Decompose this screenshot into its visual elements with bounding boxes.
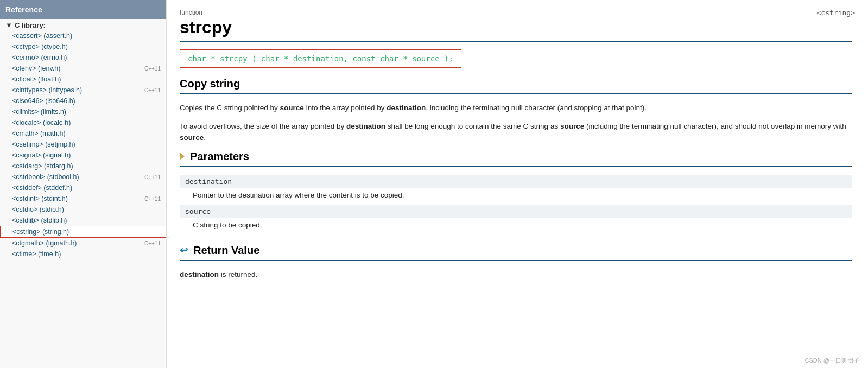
parameters-heading: Parameters: [180, 150, 852, 163]
return-value-text: destination is returned.: [180, 269, 852, 281]
sidebar-item-label-5: <cinttypes> (inttypes.h): [12, 86, 82, 94]
sidebar-item-label-11: <csignal> (signal.h): [12, 151, 71, 159]
sidebar-item-15[interactable]: <cstdint> (stdint.h)C++11: [0, 193, 166, 204]
main-content: function strcpy <cstring> char * strcpy …: [167, 0, 868, 368]
sidebar-item-label-12: <cstdarg> (stdarg.h): [12, 162, 73, 170]
copy-string-heading: Copy string: [180, 78, 852, 90]
sidebar-item-badge-15: C++11: [144, 196, 161, 202]
sidebar-item-14[interactable]: <cstddef> (stddef.h): [0, 182, 166, 193]
sidebar-item-label-0: <cassert> (assert.h): [12, 32, 72, 40]
sidebar-item-18[interactable]: <cstring> (string.h): [0, 226, 166, 238]
param-desc-0: Pointer to the destination array where t…: [180, 188, 852, 205]
param-name-0: destination: [180, 175, 852, 188]
sidebar-item-label-16: <cstdio> (stdio.h): [12, 206, 64, 213]
sidebar-item-3[interactable]: <cfenv> (fenv.h)C++11: [0, 63, 166, 74]
signature-text: char * strcpy ( char * destination, cons…: [188, 54, 453, 63]
sidebar-item-8[interactable]: <clocale> (locale.h): [0, 117, 166, 128]
sidebar-item-label-15: <cstdint> (stdint.h): [12, 195, 68, 202]
parameters-table: destinationPointer to the destination ar…: [180, 175, 852, 234]
source-bold1: source: [280, 104, 304, 112]
sidebar-item-0[interactable]: <cassert> (assert.h): [0, 30, 166, 41]
sidebar-item-6[interactable]: <ciso646> (iso646.h): [0, 96, 166, 106]
title-divider: [180, 41, 852, 42]
cstring-reference: <cstring>: [817, 9, 855, 17]
copy-string-para1: Copies the C string pointed by source in…: [180, 102, 852, 114]
sidebar-item-19[interactable]: <ctgmath> (tgmath.h)C++11: [0, 238, 166, 249]
copy-string-divider: [180, 93, 852, 94]
sidebar-item-10[interactable]: <csetjmp> (setjmp.h): [0, 139, 166, 150]
sidebar-item-badge-5: C++11: [144, 87, 161, 93]
sidebar-item-label-10: <csetjmp> (setjmp.h): [12, 141, 75, 148]
sidebar-item-7[interactable]: <climits> (limits.h): [0, 106, 166, 117]
sidebar-item-16[interactable]: <cstdio> (stdio.h): [0, 204, 166, 215]
destination-bold2: destination: [346, 122, 385, 130]
sidebar-item-badge-3: C++11: [144, 66, 161, 72]
param-desc-row-0: Pointer to the destination array where t…: [180, 188, 852, 205]
sidebar-item-label-6: <ciso646> (iso646.h): [12, 97, 75, 105]
parameters-divider: [180, 166, 852, 167]
sidebar-item-label-1: <cctype> (ctype.h): [12, 43, 68, 50]
sidebar-item-badge-13: C++11: [144, 174, 161, 180]
sidebar-item-12[interactable]: <cstdarg> (stdarg.h): [0, 161, 166, 172]
collapse-icon[interactable]: ▼: [5, 21, 12, 29]
sidebar-item-2[interactable]: <cerrno> (errno.h): [0, 52, 166, 63]
param-name-row-1: source: [180, 205, 852, 218]
return-icon: ↩: [180, 244, 188, 256]
function-signature: char * strcpy ( char * destination, cons…: [180, 49, 461, 68]
sidebar-item-1[interactable]: <cctype> (ctype.h): [0, 41, 166, 52]
param-desc-row-1: C string to be copied.: [180, 218, 852, 234]
sidebar-item-label-20: <ctime> (time.h): [12, 250, 61, 258]
sidebar-header: Reference: [0, 0, 166, 19]
param-name-1: source: [180, 205, 852, 218]
source-bold3: source: [180, 134, 204, 142]
sidebar-item-13[interactable]: <cstdbool> (stdbool.h)C++11: [0, 172, 166, 182]
return-value-heading-text: Return Value: [193, 244, 259, 257]
sidebar-item-label-14: <cstddef> (stddef.h): [12, 184, 72, 192]
sidebar: Reference ▼ C library: <cassert> (assert…: [0, 0, 167, 368]
sidebar-item-4[interactable]: <cfloat> (float.h): [0, 74, 166, 85]
return-value-heading: ↩ Return Value: [180, 244, 852, 257]
param-desc-1: C string to be copied.: [180, 218, 852, 234]
param-name-row-0: destination: [180, 175, 852, 188]
copy-string-heading-text: Copy string: [180, 78, 240, 90]
sidebar-item-17[interactable]: <cstdlib> (stdlib.h): [0, 215, 166, 226]
sidebar-item-label-2: <cerrno> (errno.h): [12, 54, 67, 61]
destination-bold1: destination: [387, 104, 426, 112]
sidebar-item-label-3: <cfenv> (fenv.h): [12, 65, 60, 72]
sidebar-item-label-7: <climits> (limits.h): [12, 108, 66, 116]
sidebar-item-label-9: <cmath> (math.h): [12, 130, 66, 137]
sidebar-item-label-19: <ctgmath> (tgmath.h): [12, 239, 77, 247]
function-type-label: function: [180, 9, 852, 16]
sidebar-section: ▼ C library:: [0, 19, 166, 30]
sidebar-item-label-17: <cstdlib> (stdlib.h): [12, 217, 67, 224]
source-bold2: source: [560, 122, 584, 130]
function-title: strcpy: [180, 17, 852, 37]
return-value-divider: [180, 260, 852, 261]
sidebar-section-label-text: C library:: [15, 21, 46, 29]
sidebar-item-badge-19: C++11: [144, 240, 161, 246]
sidebar-item-20[interactable]: <ctime> (time.h): [0, 249, 166, 259]
sidebar-item-label-4: <cfloat> (float.h): [12, 75, 61, 83]
sidebar-items-list: <cassert> (assert.h)<cctype> (ctype.h)<c…: [0, 30, 166, 259]
sidebar-item-11[interactable]: <csignal> (signal.h): [0, 150, 166, 161]
copy-string-para2: To avoid overflows, the size of the arra…: [180, 120, 852, 144]
parameters-icon: [180, 153, 185, 160]
parameters-heading-text: Parameters: [190, 150, 249, 163]
sidebar-item-label-8: <clocale> (locale.h): [12, 119, 71, 126]
sidebar-item-5[interactable]: <cinttypes> (inttypes.h)C++11: [0, 85, 166, 96]
sidebar-item-label-18: <cstring> (string.h): [12, 228, 69, 236]
sidebar-title: Reference: [5, 5, 42, 14]
sidebar-item-9[interactable]: <cmath> (math.h): [0, 128, 166, 139]
footer-watermark: CSDN @一口叽团子: [805, 357, 859, 365]
return-destination-bold: destination: [180, 270, 219, 278]
sidebar-item-label-13: <cstdbool> (stdbool.h): [12, 173, 79, 181]
